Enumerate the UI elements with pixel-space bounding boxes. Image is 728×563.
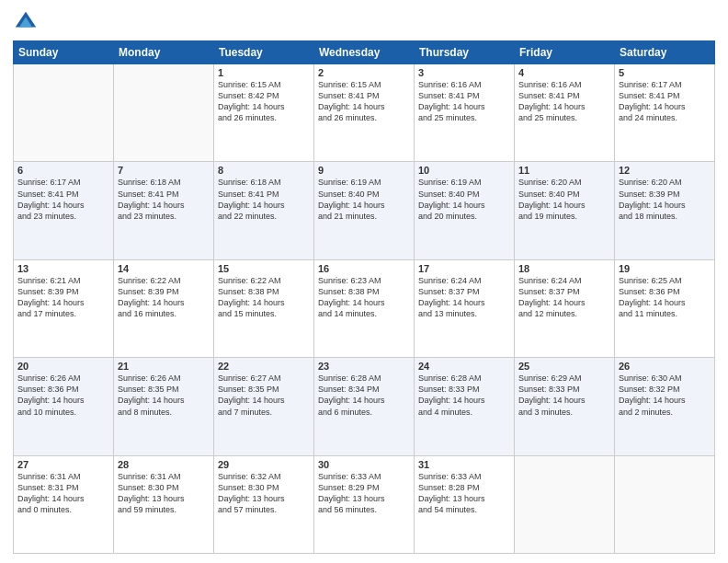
calendar-cell: 26Sunrise: 6:30 AM Sunset: 8:32 PM Dayli… [615, 358, 715, 455]
day-number: 10 [418, 165, 510, 176]
day-info: Sunrise: 6:30 AM Sunset: 8:32 PM Dayligh… [619, 373, 711, 418]
calendar-cell: 12Sunrise: 6:20 AM Sunset: 8:39 PM Dayli… [615, 162, 715, 259]
calendar-cell: 13Sunrise: 6:21 AM Sunset: 8:39 PM Dayli… [14, 259, 114, 357]
day-info: Sunrise: 6:33 AM Sunset: 8:29 PM Dayligh… [318, 471, 410, 516]
day-info: Sunrise: 6:26 AM Sunset: 8:36 PM Dayligh… [17, 373, 109, 418]
calendar-cell: 28Sunrise: 6:31 AM Sunset: 8:30 PM Dayli… [114, 455, 214, 553]
calendar-cell: 24Sunrise: 6:28 AM Sunset: 8:33 PM Dayli… [415, 358, 515, 455]
calendar-cell: 30Sunrise: 6:33 AM Sunset: 8:29 PM Dayli… [314, 455, 415, 553]
calendar-cell: 20Sunrise: 6:26 AM Sunset: 8:36 PM Dayli… [14, 358, 114, 455]
calendar-cell [515, 455, 615, 553]
calendar-cell: 2Sunrise: 6:15 AM Sunset: 8:41 PM Daylig… [314, 64, 415, 162]
day-info: Sunrise: 6:20 AM Sunset: 8:40 PM Dayligh… [518, 177, 610, 222]
day-number: 21 [118, 361, 210, 372]
day-number: 31 [418, 459, 510, 470]
calendar-header-thursday: Thursday [415, 41, 515, 64]
day-number: 18 [518, 263, 610, 274]
calendar-cell: 15Sunrise: 6:22 AM Sunset: 8:38 PM Dayli… [214, 259, 314, 357]
calendar-cell: 9Sunrise: 6:19 AM Sunset: 8:40 PM Daylig… [314, 162, 415, 259]
day-number: 5 [619, 67, 711, 78]
day-number: 28 [118, 459, 210, 470]
calendar-cell [114, 64, 214, 162]
calendar-header-sunday: Sunday [14, 41, 114, 64]
day-number: 24 [418, 361, 510, 372]
day-number: 22 [218, 361, 310, 372]
calendar-header-row: SundayMondayTuesdayWednesdayThursdayFrid… [14, 41, 715, 64]
calendar-cell: 22Sunrise: 6:27 AM Sunset: 8:35 PM Dayli… [214, 358, 314, 455]
day-info: Sunrise: 6:25 AM Sunset: 8:36 PM Dayligh… [619, 275, 711, 320]
day-number: 30 [318, 459, 410, 470]
calendar-cell: 11Sunrise: 6:20 AM Sunset: 8:40 PM Dayli… [515, 162, 615, 259]
day-info: Sunrise: 6:17 AM Sunset: 8:41 PM Dayligh… [17, 177, 109, 222]
calendar-cell [615, 455, 715, 553]
day-info: Sunrise: 6:24 AM Sunset: 8:37 PM Dayligh… [518, 275, 610, 320]
calendar-cell: 19Sunrise: 6:25 AM Sunset: 8:36 PM Dayli… [615, 259, 715, 357]
day-info: Sunrise: 6:31 AM Sunset: 8:31 PM Dayligh… [17, 471, 109, 516]
calendar-cell: 10Sunrise: 6:19 AM Sunset: 8:40 PM Dayli… [415, 162, 515, 259]
calendar-cell: 8Sunrise: 6:18 AM Sunset: 8:41 PM Daylig… [214, 162, 314, 259]
calendar-header-friday: Friday [515, 41, 615, 64]
day-info: Sunrise: 6:26 AM Sunset: 8:35 PM Dayligh… [118, 373, 210, 418]
day-number: 27 [17, 459, 109, 470]
day-info: Sunrise: 6:28 AM Sunset: 8:33 PM Dayligh… [418, 373, 510, 418]
calendar-cell: 1Sunrise: 6:15 AM Sunset: 8:42 PM Daylig… [214, 64, 314, 162]
calendar-cell: 14Sunrise: 6:22 AM Sunset: 8:39 PM Dayli… [114, 259, 214, 357]
calendar-week-row: 27Sunrise: 6:31 AM Sunset: 8:31 PM Dayli… [14, 455, 715, 553]
calendar-header-tuesday: Tuesday [214, 41, 314, 64]
calendar-cell: 31Sunrise: 6:33 AM Sunset: 8:28 PM Dayli… [415, 455, 515, 553]
calendar-header-wednesday: Wednesday [314, 41, 415, 64]
calendar-cell: 25Sunrise: 6:29 AM Sunset: 8:33 PM Dayli… [515, 358, 615, 455]
day-info: Sunrise: 6:16 AM Sunset: 8:41 PM Dayligh… [418, 79, 510, 124]
day-number: 26 [619, 361, 711, 372]
calendar-cell: 5Sunrise: 6:17 AM Sunset: 8:41 PM Daylig… [615, 64, 715, 162]
day-number: 2 [318, 67, 410, 78]
day-info: Sunrise: 6:28 AM Sunset: 8:34 PM Dayligh… [318, 373, 410, 418]
day-number: 16 [318, 263, 410, 274]
day-info: Sunrise: 6:23 AM Sunset: 8:38 PM Dayligh… [318, 275, 410, 320]
day-info: Sunrise: 6:18 AM Sunset: 8:41 PM Dayligh… [118, 177, 210, 222]
day-number: 4 [518, 67, 610, 78]
page: SundayMondayTuesdayWednesdayThursdayFrid… [0, 0, 728, 563]
day-number: 20 [17, 361, 109, 372]
calendar-week-row: 6Sunrise: 6:17 AM Sunset: 8:41 PM Daylig… [14, 162, 715, 259]
calendar-cell: 18Sunrise: 6:24 AM Sunset: 8:37 PM Dayli… [515, 259, 615, 357]
day-number: 17 [418, 263, 510, 274]
day-number: 6 [17, 165, 109, 176]
day-info: Sunrise: 6:18 AM Sunset: 8:41 PM Dayligh… [218, 177, 310, 222]
day-info: Sunrise: 6:24 AM Sunset: 8:37 PM Dayligh… [418, 275, 510, 320]
day-info: Sunrise: 6:32 AM Sunset: 8:30 PM Dayligh… [218, 471, 310, 516]
calendar-cell: 7Sunrise: 6:18 AM Sunset: 8:41 PM Daylig… [114, 162, 214, 259]
calendar-cell: 4Sunrise: 6:16 AM Sunset: 8:41 PM Daylig… [515, 64, 615, 162]
day-info: Sunrise: 6:19 AM Sunset: 8:40 PM Dayligh… [318, 177, 410, 222]
day-info: Sunrise: 6:15 AM Sunset: 8:41 PM Dayligh… [318, 79, 410, 124]
calendar-week-row: 1Sunrise: 6:15 AM Sunset: 8:42 PM Daylig… [14, 64, 715, 162]
logo [13, 9, 42, 35]
calendar-week-row: 13Sunrise: 6:21 AM Sunset: 8:39 PM Dayli… [14, 259, 715, 357]
calendar-cell: 6Sunrise: 6:17 AM Sunset: 8:41 PM Daylig… [14, 162, 114, 259]
calendar-cell: 3Sunrise: 6:16 AM Sunset: 8:41 PM Daylig… [415, 64, 515, 162]
day-info: Sunrise: 6:21 AM Sunset: 8:39 PM Dayligh… [17, 275, 109, 320]
day-info: Sunrise: 6:19 AM Sunset: 8:40 PM Dayligh… [418, 177, 510, 222]
calendar-cell: 17Sunrise: 6:24 AM Sunset: 8:37 PM Dayli… [415, 259, 515, 357]
day-info: Sunrise: 6:20 AM Sunset: 8:39 PM Dayligh… [619, 177, 711, 222]
calendar-header-saturday: Saturday [615, 41, 715, 64]
day-number: 14 [118, 263, 210, 274]
calendar-cell: 29Sunrise: 6:32 AM Sunset: 8:30 PM Dayli… [214, 455, 314, 553]
day-info: Sunrise: 6:22 AM Sunset: 8:38 PM Dayligh… [218, 275, 310, 320]
day-number: 13 [17, 263, 109, 274]
day-number: 11 [518, 165, 610, 176]
day-info: Sunrise: 6:27 AM Sunset: 8:35 PM Dayligh… [218, 373, 310, 418]
day-info: Sunrise: 6:16 AM Sunset: 8:41 PM Dayligh… [518, 79, 610, 124]
day-number: 8 [218, 165, 310, 176]
day-number: 1 [218, 67, 310, 78]
calendar-table: SundayMondayTuesdayWednesdayThursdayFrid… [13, 40, 715, 554]
header [13, 9, 715, 35]
calendar-cell: 21Sunrise: 6:26 AM Sunset: 8:35 PM Dayli… [114, 358, 214, 455]
day-info: Sunrise: 6:22 AM Sunset: 8:39 PM Dayligh… [118, 275, 210, 320]
day-info: Sunrise: 6:33 AM Sunset: 8:28 PM Dayligh… [418, 471, 510, 516]
day-number: 15 [218, 263, 310, 274]
day-info: Sunrise: 6:29 AM Sunset: 8:33 PM Dayligh… [518, 373, 610, 418]
day-info: Sunrise: 6:17 AM Sunset: 8:41 PM Dayligh… [619, 79, 711, 124]
day-number: 29 [218, 459, 310, 470]
logo-icon [13, 9, 39, 35]
